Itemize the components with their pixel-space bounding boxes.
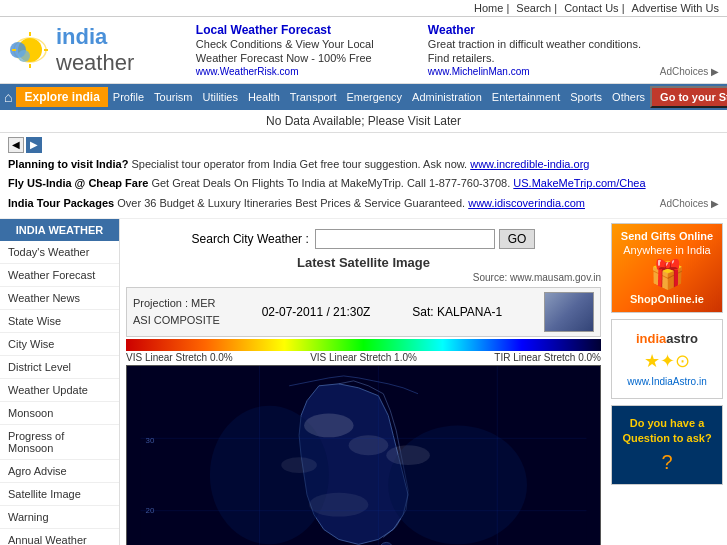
- logo-india: india: [56, 24, 134, 50]
- svg-point-17: [309, 493, 368, 517]
- search-label: Search City Weather :: [192, 232, 309, 246]
- svg-point-3: [18, 50, 30, 62]
- navbar: ⌂ Explore india Profile Tourism Utilitie…: [0, 84, 727, 110]
- contact-link[interactable]: Contact Us: [564, 2, 618, 14]
- search-bar: Search City Weather : GO: [126, 225, 601, 255]
- nav-utilities[interactable]: Utilities: [198, 87, 243, 107]
- svg-point-15: [281, 457, 317, 473]
- nav-transport[interactable]: Transport: [285, 87, 342, 107]
- nav-others[interactable]: Others: [607, 87, 650, 107]
- logo-text-container: india weather: [56, 24, 134, 76]
- nav-emergency[interactable]: Emergency: [341, 87, 407, 107]
- ad-left-title[interactable]: Local Weather Forecast: [196, 23, 331, 37]
- header-ads: Local Weather Forecast Check Conditions …: [188, 23, 719, 77]
- prev-button[interactable]: ◀: [8, 137, 24, 153]
- sidebar-item-annual-charts[interactable]: Annual Weather Charts: [0, 529, 119, 545]
- sidebar-item-agro-advise[interactable]: Agro Advise: [0, 460, 119, 483]
- sidebar-item-weather-update[interactable]: Weather Update: [0, 379, 119, 402]
- advertise-link[interactable]: Advertise With Us: [632, 2, 719, 14]
- adchoices-strip: AdChoices ▶: [660, 195, 719, 213]
- logo-weather: weather: [56, 50, 134, 76]
- sidebar-item-progress-monsoon[interactable]: Progress of Monsoon: [0, 425, 119, 460]
- home-link[interactable]: Home: [474, 2, 503, 14]
- ad1-url[interactable]: www.incredible-india.org: [470, 158, 589, 170]
- sidebar-item-district-level[interactable]: District Level: [0, 356, 119, 379]
- nav-administration[interactable]: Administration: [407, 87, 487, 107]
- nav-sports[interactable]: Sports: [565, 87, 607, 107]
- satellite-info-left: Projection : MER ASI COMPOSITE: [133, 295, 220, 328]
- question-icon: ?: [661, 451, 672, 474]
- header-ad-right: Weather Great traction in difficult weat…: [428, 23, 648, 77]
- ad-line2: Fly US-India @ Cheap Fare Get Great Deal…: [8, 174, 719, 194]
- satellite-info-center: 02-07-2011 / 21:30Z: [262, 305, 371, 319]
- ad3-url[interactable]: www.idiscoverindia.com: [468, 197, 585, 209]
- main-layout: INDIA WEATHER Today's Weather Weather Fo…: [0, 219, 727, 545]
- ad-strip: ◀ ▶ Planning to visit India? Specialist …: [0, 133, 727, 219]
- ad-right-url: www.MichelinMan.com: [428, 66, 648, 77]
- ad-line1: Planning to visit India? Specialist tour…: [8, 155, 719, 175]
- logo: india weather: [8, 24, 188, 76]
- search-input[interactable]: [315, 229, 495, 249]
- top-bar: Home | Search | Contact Us | Advertise W…: [0, 0, 727, 17]
- right-ad-1[interactable]: Send Gifts Online Anywhere in India 🎁 Sh…: [611, 223, 723, 313]
- color-labels: VIS Linear Stretch 0.0% VIS Linear Stret…: [126, 352, 601, 363]
- svg-text:20: 20: [146, 506, 155, 515]
- go-state-button[interactable]: Go to your State/City: [650, 86, 727, 108]
- sidebar-title: INDIA WEATHER: [0, 219, 119, 241]
- header-ad-left: Local Weather Forecast Check Conditions …: [196, 23, 416, 77]
- right-ad2-url: www.IndiaAstro.in: [627, 376, 706, 387]
- color-label-2: TIR Linear Stretch 0.0%: [494, 352, 601, 363]
- ad1-body: Specialist tour operator from India Get …: [131, 158, 467, 170]
- sidebar-item-todays-weather[interactable]: Today's Weather: [0, 241, 119, 264]
- right-ad-2[interactable]: indiaastro ★✦⊙ www.IndiaAstro.in: [611, 319, 723, 399]
- ad-left-body: Check Conditions & View Your Local Weath…: [196, 37, 416, 66]
- sidebar-item-city-wise[interactable]: City Wise: [0, 333, 119, 356]
- sidebar-item-weather-news[interactable]: Weather News: [0, 287, 119, 310]
- right-ad2-brand: indiaastro: [636, 331, 698, 346]
- header: india weather Local Weather Forecast Che…: [0, 17, 727, 84]
- sidebar-item-monsoon[interactable]: Monsoon: [0, 402, 119, 425]
- ad2-url[interactable]: US.MakeMeTrip.com/Chea: [513, 177, 645, 189]
- right-ad-3[interactable]: Do you have a Question to ask? ?: [611, 405, 723, 485]
- color-bar: [126, 339, 601, 351]
- home-nav-icon[interactable]: ⌂: [4, 89, 12, 105]
- nav-links: Profile Tourism Utilities Health Transpo…: [108, 87, 650, 107]
- color-label-0: VIS Linear Stretch 0.0%: [126, 352, 233, 363]
- satellite-info-bar: Projection : MER ASI COMPOSITE 02-07-201…: [126, 287, 601, 337]
- astro-stars-icon: ★✦⊙: [644, 350, 690, 372]
- next-button[interactable]: ▶: [26, 137, 42, 153]
- right-ad1-line2: Anywhere in India: [623, 244, 710, 256]
- satellite-image-svg: 30 20 70 80: [127, 366, 600, 545]
- source-line: Source: www.mausam.gov.in: [126, 272, 601, 283]
- logo-sun-icon: [8, 28, 52, 72]
- sidebar: INDIA WEATHER Today's Weather Weather Fo…: [0, 219, 120, 545]
- satellite-info-sat: Sat: KALPANA-1: [412, 305, 502, 319]
- notice-bar: No Data Available; Please Visit Later: [0, 110, 727, 133]
- ad2-title: Fly US-India @ Cheap Fare: [8, 177, 148, 189]
- go-button[interactable]: GO: [499, 229, 536, 249]
- color-bar-container: VIS Linear Stretch 0.0% VIS Linear Stret…: [126, 339, 601, 363]
- satellite-thumbnail: [544, 292, 594, 332]
- right-ad1-line3: ShopOnline.ie: [630, 293, 704, 305]
- ad2-body: Get Great Deals On Flights To India at M…: [151, 177, 510, 189]
- composite-text: ASI COMPOSITE: [133, 312, 220, 329]
- ad-right-body: Great traction in difficult weather cond…: [428, 37, 648, 66]
- sidebar-item-weather-forecast[interactable]: Weather Forecast: [0, 264, 119, 287]
- right-sidebar: Send Gifts Online Anywhere in India 🎁 Sh…: [607, 219, 727, 545]
- right-ad3-text: Do you have a Question to ask?: [616, 416, 718, 447]
- ad-left-url: www.WeatherRisk.com: [196, 66, 416, 77]
- sidebar-item-satellite-image[interactable]: Satellite Image: [0, 483, 119, 506]
- explore-india-button[interactable]: Explore india: [16, 87, 107, 107]
- sidebar-item-warning[interactable]: Warning: [0, 506, 119, 529]
- nav-tourism[interactable]: Tourism: [149, 87, 198, 107]
- gift-icon: 🎁: [650, 258, 685, 291]
- nav-entertainment[interactable]: Entertainment: [487, 87, 565, 107]
- search-link[interactable]: Search: [516, 2, 551, 14]
- ad1-title: Planning to visit India?: [8, 158, 128, 170]
- ad-line3: India Tour Packages Over 36 Budget & Lux…: [8, 194, 585, 214]
- ad-right-title[interactable]: Weather: [428, 23, 475, 37]
- nav-profile[interactable]: Profile: [108, 87, 149, 107]
- nav-health[interactable]: Health: [243, 87, 285, 107]
- sidebar-item-state-wise[interactable]: State Wise: [0, 310, 119, 333]
- svg-text:30: 30: [146, 436, 155, 445]
